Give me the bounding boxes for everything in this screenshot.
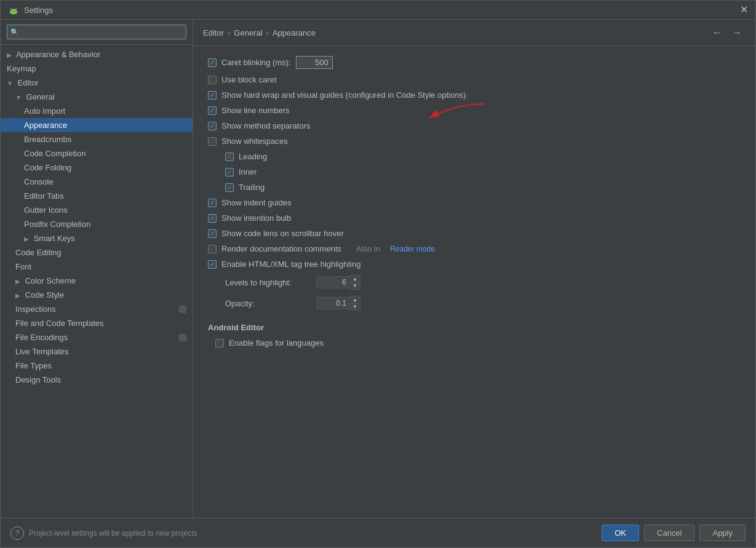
sidebar-item-gutter-icons[interactable]: Gutter Icons (1, 203, 193, 217)
sidebar-item-console[interactable]: Console (1, 175, 193, 189)
dialog-title: Settings (24, 6, 53, 15)
bottom-right: OK Cancel Apply (602, 525, 746, 541)
sidebar-item-file-types[interactable]: File Types (1, 359, 193, 373)
sidebar-item-label: Gutter Icons (24, 205, 68, 215)
show-whitespaces-row: Show whitespaces (208, 137, 741, 146)
sidebar-item-code-style[interactable]: ▶ Code Style (1, 288, 193, 302)
panel-header: Editor › General › Appearance ← → (193, 20, 755, 46)
render-doc-label: Render documentation comments (221, 244, 341, 253)
sidebar-item-label: Code Editing (15, 248, 61, 257)
breadcrumb-general[interactable]: General (234, 28, 262, 38)
enable-flags-checkbox[interactable] (215, 339, 224, 347)
opacity-spinner-buttons: ▲ ▼ (350, 296, 360, 311)
sidebar-item-label: Keymap (7, 64, 36, 73)
render-doc-checkbox[interactable] (208, 245, 217, 253)
show-hard-wrap-checkbox[interactable] (208, 91, 217, 100)
leading-checkbox[interactable] (225, 153, 234, 161)
show-line-numbers-checkbox[interactable] (208, 106, 217, 115)
show-whitespaces-checkbox[interactable] (208, 137, 217, 146)
sidebar-item-label: File Encodings (15, 333, 68, 342)
breadcrumb-sep2: › (266, 28, 269, 38)
android-editor-title: Android Editor (208, 323, 741, 332)
help-button[interactable]: ? (10, 526, 24, 540)
nav-back-button[interactable]: ← (709, 26, 726, 39)
opacity-up-button[interactable]: ▲ (350, 296, 360, 303)
search-input[interactable] (7, 25, 186, 39)
breadcrumb: Editor › General › Appearance (203, 28, 316, 38)
ok-button[interactable]: OK (602, 525, 639, 541)
sidebar-item-postfix-completion[interactable]: Postfix Completion (1, 217, 193, 231)
levels-down-button[interactable]: ▼ (350, 282, 360, 289)
opacity-row: Opacity: ▲ ▼ (208, 296, 741, 311)
sidebar-item-keymap[interactable]: Keymap (1, 62, 193, 76)
levels-label: Levels to highlight: (225, 278, 311, 287)
sidebar-item-auto-import[interactable]: Auto Import (1, 104, 193, 118)
show-intention-bulb-checkbox[interactable] (208, 214, 217, 223)
sidebar-item-file-code-templates[interactable]: File and Code Templates (1, 316, 193, 330)
caret-blinking-checkbox[interactable] (208, 58, 217, 67)
sidebar-item-font[interactable]: Font (1, 260, 193, 274)
show-hard-wrap-label: Show hard wrap and visual guides (config… (221, 90, 466, 100)
enable-html-xml-checkbox[interactable] (208, 260, 217, 269)
sidebar-item-label: Appearance (24, 121, 67, 130)
panel-content-area: Caret blinking (ms): Use block caret Sho… (193, 46, 755, 518)
android-icon (8, 4, 19, 15)
sidebar-item-label: Live Templates (15, 347, 68, 356)
opacity-label: Opacity: (225, 299, 311, 308)
opacity-input[interactable] (316, 297, 350, 309)
enable-flags-label: Enable flags for languages (229, 338, 324, 347)
levels-spinner: ▲ ▼ (316, 275, 360, 290)
sidebar-item-live-templates[interactable]: Live Templates (1, 344, 193, 359)
levels-row: Levels to highlight: ▲ ▼ (208, 275, 741, 290)
reader-mode-link[interactable]: Reader mode (390, 245, 435, 253)
arrow-icon: ▼ (15, 94, 22, 101)
close-button[interactable]: ✕ (740, 5, 748, 15)
search-wrapper: 🔍 (7, 25, 186, 39)
breadcrumb-editor[interactable]: Editor (203, 28, 224, 38)
sidebar-item-editor-tabs[interactable]: Editor Tabs (1, 189, 193, 203)
use-block-caret-checkbox[interactable] (208, 76, 217, 84)
breadcrumb-appearance: Appearance (273, 28, 316, 38)
nav-forward-button[interactable]: → (728, 26, 746, 39)
sidebar-item-label: Code Completion (24, 149, 86, 158)
arrow-icon: ▶ (15, 292, 20, 299)
sidebar-item-color-scheme[interactable]: ▶ Color Scheme (1, 274, 193, 288)
caret-blinking-input[interactable] (296, 56, 333, 69)
sidebar-item-general[interactable]: ▼ General (1, 90, 193, 104)
opacity-down-button[interactable]: ▼ (350, 303, 360, 310)
sidebar-item-label: Breadcrumbs (24, 135, 71, 144)
sidebar-item-appearance[interactable]: Appearance (1, 118, 193, 132)
svg-line-4 (11, 9, 12, 10)
cancel-button[interactable]: Cancel (644, 525, 694, 541)
arrow-icon: ▶ (7, 52, 12, 58)
sidebar-item-appearance-behavior[interactable]: ▶ Appearance & Behavior (1, 47, 193, 62)
arrow-icon: ▶ (15, 278, 20, 285)
sidebar-item-label: Postfix Completion (24, 220, 90, 229)
sidebar-item-label: Code Folding (24, 163, 71, 172)
sidebar-item-design-tools[interactable]: Design Tools (1, 373, 193, 387)
caret-blinking-row: Caret blinking (ms): (208, 56, 741, 69)
trailing-row: Trailing (208, 183, 741, 192)
inner-checkbox[interactable] (225, 168, 234, 177)
sidebar-item-code-editing[interactable]: Code Editing (1, 245, 193, 260)
apply-button[interactable]: Apply (699, 525, 746, 541)
caret-blinking-label: Caret blinking (ms): (221, 58, 291, 67)
levels-input[interactable] (316, 276, 350, 288)
sidebar-item-smart-keys[interactable]: ▶ Smart Keys (1, 231, 193, 245)
levels-up-button[interactable]: ▲ (350, 276, 360, 282)
main-content: 🔍 ▶ Appearance & Behavior Keymap ▼ Edito… (1, 20, 755, 518)
sidebar-item-editor[interactable]: ▼ Editor (1, 76, 193, 90)
file-encodings-badge (179, 334, 186, 341)
show-indent-guides-checkbox[interactable] (208, 199, 217, 207)
sidebar-item-breadcrumbs[interactable]: Breadcrumbs (1, 132, 193, 146)
sidebar-item-file-encodings[interactable]: File Encodings (1, 330, 193, 344)
show-intention-bulb-label: Show intention bulb (221, 213, 291, 223)
sidebar-item-code-completion[interactable]: Code Completion (1, 146, 193, 161)
enable-html-xml-label: Enable HTML/XML tag tree highlighting (221, 260, 360, 269)
settings-dialog: Settings ✕ 🔍 ▶ Appearance & Behavior (0, 0, 756, 548)
trailing-checkbox[interactable] (225, 183, 234, 192)
show-code-lens-checkbox[interactable] (208, 229, 217, 238)
sidebar-item-code-folding[interactable]: Code Folding (1, 161, 193, 175)
show-method-separators-checkbox[interactable] (208, 122, 217, 130)
sidebar-item-inspections[interactable]: Inspections (1, 302, 193, 316)
